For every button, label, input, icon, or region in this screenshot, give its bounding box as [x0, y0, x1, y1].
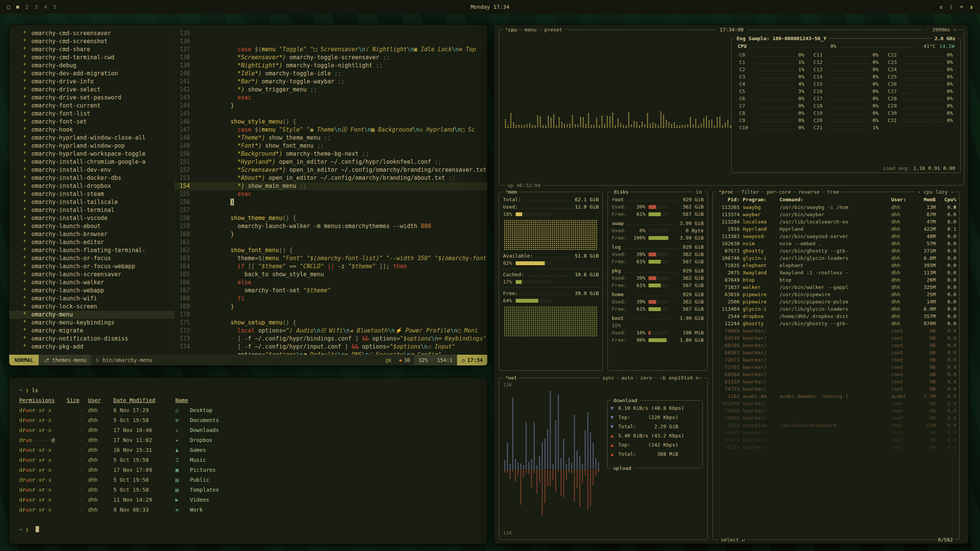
file-item[interactable]: * omarchy-install-dropbox: [9, 182, 174, 190]
process-row[interactable]: 71837 walker /usr/bin/walker --gappl dhh…: [716, 284, 956, 291]
workspace-indicator[interactable]: 5: [53, 4, 56, 10]
process-row[interactable]: 102099 kworker/ root 0B 0.0: [716, 400, 956, 407]
proc-box-button[interactable]: filter: [739, 188, 761, 196]
file-item[interactable]: * omarchy-notification-dismiss: [9, 335, 174, 343]
file-item[interactable]: * omarchy-install-vscode: [9, 214, 174, 222]
process-row[interactable]: 68583 kworker/ root 0B 0.0: [716, 349, 956, 356]
process-row[interactable]: 1916 Hyprland Hyprland dhh 422M 0.1: [716, 225, 956, 233]
file-item[interactable]: * omarchy-install-docker-dbs: [9, 174, 174, 182]
file-item[interactable]: * omarchy-lock-screen: [9, 303, 174, 311]
workspace-indicator[interactable]: 4: [44, 4, 47, 10]
file-explorer-pane[interactable]: * omarchy-cmd-screensaver * omarchy-cmd-…: [9, 25, 175, 355]
tray-icon[interactable]: ⌨: [960, 4, 963, 10]
tray-icon[interactable]: ᛒ: [950, 4, 953, 10]
process-row[interactable]: 1162 avahi-da avahi-daemon: running [ av…: [716, 393, 956, 400]
file-item[interactable]: * omarchy-install-steam: [9, 190, 174, 198]
file-item[interactable]: * omarchy-menu-keybindings: [9, 319, 174, 327]
cpu-box-button[interactable]: menu: [523, 26, 538, 33]
cpu-box-button[interactable]: preset: [542, 26, 564, 33]
file-item[interactable]: * omarchy-font-set: [9, 118, 174, 126]
file-item[interactable]: * omarchy-cmd-screensaver: [9, 29, 174, 37]
file-item[interactable]: * omarchy-launch-walker: [9, 279, 174, 287]
file-item[interactable]: * omarchy-hook: [9, 126, 174, 134]
process-row[interactable]: 1275 containe /usr/bin/containerd root 5…: [716, 422, 956, 429]
file-item[interactable]: * omarchy-hyprland-window-pop: [9, 142, 174, 150]
proc-box-title[interactable]: ⁴proc: [717, 188, 735, 196]
select-hint[interactable]: select ↵: [719, 536, 747, 543]
proc-box-button[interactable]: per-core: [765, 188, 793, 196]
file-item[interactable]: * omarchy-launch-browser: [9, 230, 174, 238]
file-item[interactable]: * omarchy-launch-screensaver: [9, 271, 174, 279]
process-row[interactable]: 94540 kworker/ root 0B 0.0: [716, 334, 956, 342]
process-row[interactable]: 76375 kworker/ root 0B 0.0: [716, 443, 956, 451]
tray-icon[interactable]: ▮: [970, 4, 973, 10]
workspace-active-icon[interactable]: ■: [16, 4, 19, 10]
file-item[interactable]: * omarchy-menu: [9, 311, 174, 319]
process-row[interactable]: 71835 elephant elephant dhh 393M 0.0: [716, 262, 956, 269]
process-row[interactable]: 2544 dropbox /home/dhh/.dropbox-dist dhh…: [716, 313, 956, 320]
process-row[interactable]: 63816 pipewire /usr/bin/pipewire dhh 25M…: [716, 291, 956, 298]
omarchy-logo-icon[interactable]: ▢: [7, 4, 10, 10]
net-box-button[interactable]: sync: [600, 374, 616, 381]
file-item[interactable]: * omarchy-launch-about: [9, 222, 174, 230]
process-row[interactable]: 87649 btop btop dhh 26M 0.0: [716, 276, 956, 284]
process-row[interactable]: 113365 swaybg /usr/bin/swaybg -i /hom dh…: [716, 204, 956, 211]
file-item[interactable]: * omarchy-drive-set-password: [9, 94, 174, 102]
proc-sort-mode[interactable]: ‹ cpu lazy ›: [916, 188, 956, 196]
process-row[interactable]: 113374 waybar /usr/bin/waybar dhh 67M 0.…: [716, 211, 956, 218]
cpu-box-title[interactable]: ¹cpu: [503, 26, 519, 33]
process-row[interactable]: 74733 kworker/ root 0B 0.0: [716, 385, 956, 393]
process-row[interactable]: 106746 glycin-i /usr/lib/glycin-loaders …: [716, 254, 956, 262]
file-item[interactable]: * omarchy-hyprland-window-close-all: [9, 134, 174, 142]
proc-box-button[interactable]: reverse: [797, 188, 822, 196]
file-item[interactable]: * omarchy-dev-add-migration: [9, 70, 174, 78]
file-item[interactable]: * omarchy-drive-select: [9, 86, 174, 94]
process-row[interactable]: 73703 kworker/ root 0B 0.0: [716, 364, 956, 371]
tray-icon[interactable]: ⇵: [939, 4, 942, 10]
process-row[interactable]: 74869 kworker/ root 0B 0.0: [716, 327, 956, 334]
file-item[interactable]: * omarchy-cmd-screenshot: [9, 37, 174, 46]
process-row[interactable]: 102638 nvim nvim --embed . dhh 57M 0.0: [716, 240, 956, 247]
file-item[interactable]: * omarchy-install-dev-env: [9, 166, 174, 174]
workspace-indicator[interactable]: 2: [25, 4, 28, 10]
net-box-button[interactable]: zero: [638, 374, 654, 381]
net-interface-switcher[interactable]: ‹b enp191s0 n›: [658, 374, 704, 381]
file-item[interactable]: * omarchy-install-tailscale: [9, 198, 174, 206]
net-box-title[interactable]: ³net: [503, 374, 519, 381]
file-item[interactable]: * omarchy-debug: [9, 62, 174, 70]
file-item[interactable]: * omarchy-launch-editor: [9, 238, 174, 246]
file-item[interactable]: * omarchy-font-current: [9, 102, 174, 110]
file-item[interactable]: * omarchy-launch-webapp: [9, 287, 174, 295]
process-row[interactable]: 113284 localsea /usr/lib/localsearch-ex …: [716, 218, 956, 225]
process-row[interactable]: 95673 kworker/ root 0B 0.0: [716, 436, 956, 443]
process-row[interactable]: 81310 kworker/ root 0B 0.0: [716, 378, 956, 385]
process-row[interactable]: 68586 kworker/ root 0B 0.0: [716, 342, 956, 349]
file-item[interactable]: * omarchy-install-terminal: [9, 206, 174, 214]
file-item[interactable]: * omarchy-install-chromium-google-a: [9, 158, 174, 166]
file-item[interactable]: * omarchy-launch-or-focus-webapp: [9, 262, 174, 271]
iface-prev-button[interactable]: ‹b: [660, 375, 666, 381]
code-editor-pane[interactable]: 135 case $(menu "Toggle" "□ Screensaver\…: [175, 25, 487, 355]
process-row[interactable]: 87573 ghostty /usr/bin/ghostty --gtk- dh…: [716, 247, 956, 254]
file-item[interactable]: * omarchy-launch-or-focus: [9, 254, 174, 262]
net-box-button[interactable]: auto: [619, 374, 635, 381]
process-row[interactable]: 113404 glycin-i /usr/lib/glycin-loaders …: [716, 305, 956, 313]
process-row[interactable]: 68584 kworker/ root 0B 0.0: [716, 371, 956, 378]
process-row[interactable]: 72073 kworker/ root 0B 0.0: [716, 356, 956, 364]
process-row[interactable]: 2506 pipewire /usr/bin/pipewire-pulse dh…: [716, 298, 956, 305]
mem-box-title[interactable]: ²mem: [503, 188, 519, 196]
process-row[interactable]: 68402 kworker/ root 0B 0.0: [716, 429, 956, 436]
io-mode-button[interactable]: io: [694, 188, 704, 196]
process-row[interactable]: 2075 Xwayland Xwayland :1 -rootless - dh…: [716, 269, 956, 276]
file-item[interactable]: * omarchy-hyprland-workspace-toggle: [9, 150, 174, 158]
file-item[interactable]: * omarchy-font-list: [9, 110, 174, 118]
terminal-window[interactable]: ~❯ls PermissionsSizeUserDate ModifiedNam…: [9, 377, 488, 544]
file-item[interactable]: * omarchy-launch-floating-terminal-: [9, 246, 174, 254]
file-item[interactable]: * omarchy-migrate: [9, 327, 174, 335]
process-row[interactable]: 79032 kworker/ root 0B 0.0: [716, 414, 956, 422]
interval-decrease-button[interactable]: -: [926, 26, 929, 33]
file-item[interactable]: * omarchy-cmd-terminal-cwd: [9, 54, 174, 62]
file-item[interactable]: * omarchy-pkg-add: [9, 343, 174, 351]
file-item[interactable]: * omarchy-launch-wifi: [9, 295, 174, 303]
workspace-indicator[interactable]: 3: [34, 4, 38, 10]
